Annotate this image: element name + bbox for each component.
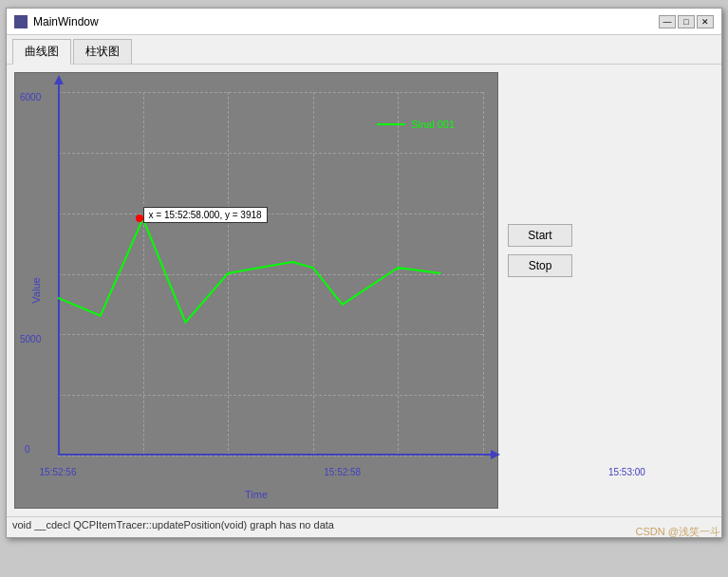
tab-bar: 曲线图 柱状图 [7, 35, 721, 65]
chart-legend: Sinal 001 [377, 119, 455, 130]
maximize-button[interactable]: □ [678, 15, 695, 28]
x-tick-0: 15:52:56 [40, 467, 77, 477]
x-axis-label: Time [245, 489, 268, 500]
window-title: MainWindow [33, 15, 659, 28]
tooltip-dot [136, 214, 143, 222]
chart-plot-area: Sinal 001 x = 15:52:58.000, y = 3918 [58, 92, 483, 456]
window-controls: — □ ✕ [659, 15, 714, 28]
line-chart-svg [58, 92, 483, 456]
stop-button[interactable]: Stop [508, 254, 572, 277]
x-tick-2: 15:53:00 [608, 467, 645, 477]
close-button[interactable]: ✕ [697, 15, 714, 28]
tab-bar-chart[interactable]: 柱状图 [73, 39, 132, 64]
main-window: MainWindow — □ ✕ 曲线图 柱状图 Value Ti [6, 8, 722, 538]
title-bar: MainWindow — □ ✕ [7, 9, 721, 35]
grid-h-6 [58, 456, 483, 456]
legend-dash [377, 123, 405, 125]
app-icon [14, 15, 28, 28]
legend-label: Sinal 001 [411, 119, 455, 130]
start-button[interactable]: Start [508, 224, 572, 247]
y-tick-5000: 5000 [20, 334, 41, 344]
minimize-button[interactable]: — [659, 15, 676, 28]
csdn-watermark: CSDN @浅笑一斗 [636, 525, 720, 539]
x-axis-arrow [491, 450, 500, 459]
x-tick-1: 15:52:58 [324, 467, 361, 477]
right-panel: Start Stop [508, 72, 572, 277]
chart-container: Value Time [14, 72, 498, 509]
status-bar: void __cdecl QCPItemTracer::updatePositi… [7, 516, 721, 537]
y-tick-0: 0 [25, 444, 30, 455]
tab-line-chart[interactable]: 曲线图 [12, 39, 71, 65]
grid-v-5 [483, 92, 484, 456]
content-area: Value Time [7, 65, 721, 516]
y-tick-6000: 6000 [20, 92, 41, 102]
y-axis-label: Value [30, 277, 42, 303]
y-axis-arrow [54, 75, 64, 84]
